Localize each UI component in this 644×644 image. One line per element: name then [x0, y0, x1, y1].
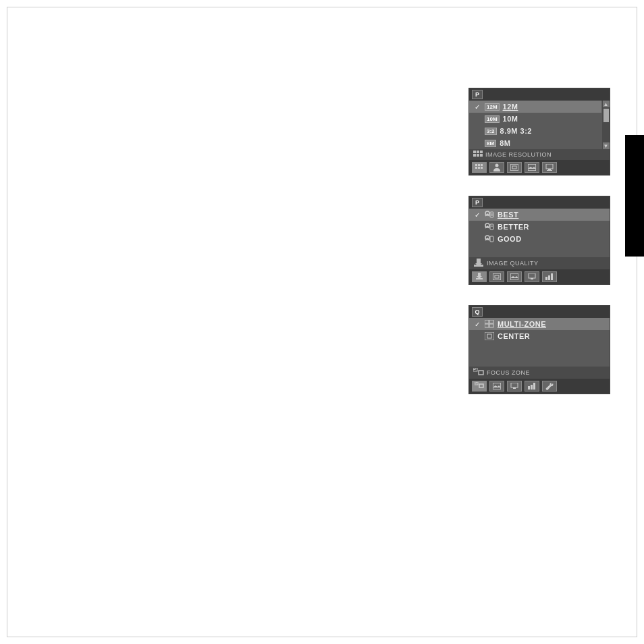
chart2-icon [528, 383, 536, 390]
svg-rect-18 [547, 170, 552, 171]
num-badge-8m: 8M [485, 140, 496, 147]
panel3-footer-label: FOCUS ZONE [469, 367, 610, 379]
svg-rect-32 [510, 273, 518, 280]
svg-rect-51 [479, 384, 483, 387]
svg-rect-40 [485, 324, 489, 327]
svg-rect-54 [513, 387, 516, 389]
panel-focus-zone: Q ✓ MULTI-ZONE [468, 305, 610, 394]
panel3-header: Q [469, 306, 610, 318]
right-tab [625, 135, 644, 257]
quality-icon-good [485, 235, 494, 243]
svg-rect-13 [510, 164, 518, 171]
monitor-icon [545, 164, 554, 171]
svg-rect-31 [495, 275, 499, 278]
panel2-footer-icon-image[interactable] [507, 271, 522, 282]
chart-icon [545, 273, 554, 280]
focus-item-multizone[interactable]: ✓ MULTI-ZONE [469, 318, 610, 330]
svg-rect-39 [489, 320, 493, 323]
svg-rect-17 [548, 169, 551, 170]
focus-label-center: CENTER [498, 332, 530, 340]
quality-item-best[interactable]: ✓ BEST [469, 209, 610, 221]
svg-rect-41 [489, 324, 493, 327]
footer-icon-grid[interactable] [472, 162, 487, 173]
svg-rect-56 [531, 385, 533, 390]
panel2-footer-icon-monitor[interactable] [525, 271, 539, 282]
panel3-footer-icon-monitor[interactable] [507, 381, 522, 392]
resolution-label-8m: 8M [500, 139, 510, 147]
svg-rect-16 [546, 164, 553, 169]
svg-rect-9 [475, 167, 477, 169]
panel2-header: P [469, 196, 610, 209]
focus-item-center[interactable]: CENTER [469, 330, 610, 342]
quality-icon-best [485, 211, 494, 219]
resolution-label-10m: 10M [503, 115, 518, 123]
footer-icon-person[interactable] [489, 162, 504, 173]
svg-rect-38 [485, 320, 489, 323]
resolution-item-89m[interactable]: 3:2 8.9M 3:2 [469, 125, 601, 137]
focus-label-multizone: MULTI-ZONE [498, 320, 546, 328]
panel3-title: FOCUS ZONE [487, 369, 530, 376]
svg-rect-15 [528, 164, 536, 171]
panel2-mode-badge: P [472, 198, 483, 207]
grid-icon [473, 151, 483, 159]
panel2-title: IMAGE QUALITY [487, 260, 539, 267]
svg-rect-34 [531, 278, 533, 279]
svg-rect-10 [478, 167, 480, 169]
svg-rect-14 [512, 166, 516, 169]
grid-footer-icon [475, 164, 483, 171]
scroll-down-arrow[interactable]: ▼ [603, 142, 610, 149]
svg-rect-30 [493, 273, 501, 280]
num-badge-12m: 12M [485, 103, 500, 111]
svg-rect-7 [478, 164, 480, 166]
resolution-item-10m[interactable]: 10M 10M [469, 113, 601, 125]
quality-icon-better [485, 223, 494, 231]
resolution-item-8m[interactable]: 8M 8M [469, 137, 601, 149]
svg-rect-1 [477, 151, 479, 153]
svg-rect-24 [490, 224, 493, 230]
footer-icon-frame[interactable] [507, 162, 522, 173]
svg-rect-20 [490, 212, 493, 217]
scroll-up-arrow[interactable]: ▲ [603, 101, 610, 107]
image-icon [528, 164, 536, 171]
svg-rect-57 [533, 383, 535, 390]
multizone-icon [485, 320, 494, 328]
panel3-footer-icon-focus[interactable] [472, 381, 487, 392]
resolution-item-12m[interactable]: ✓ 12M 12M [469, 101, 601, 113]
quality-label-better: BETTER [498, 223, 529, 231]
panel2-footer-icons [469, 269, 610, 284]
person-icon [493, 163, 501, 171]
panel-image-quality: P ✓ BEST [468, 196, 610, 285]
svg-rect-6 [475, 164, 477, 166]
panel-image-resolution: P ✓ 12M 12M 10M 10M 3:2 8.9M 3:2 [468, 88, 610, 176]
panel3-footer-icon-wrench[interactable] [542, 381, 557, 392]
svg-rect-52 [493, 383, 501, 390]
svg-rect-53 [511, 383, 518, 387]
panels-container: P ✓ 12M 12M 10M 10M 3:2 8.9M 3:2 [468, 88, 610, 394]
svg-rect-0 [473, 151, 476, 153]
svg-rect-27 [490, 236, 493, 242]
resolution-label-12m: 12M [503, 103, 518, 111]
quality-spacer [469, 245, 610, 257]
monitor2-icon [528, 273, 536, 280]
image2-icon [510, 273, 518, 280]
quality-item-better[interactable]: BETTER [469, 221, 610, 233]
panel1-scrollbar[interactable]: ▲ ▼ [602, 101, 610, 149]
panel3-footer-icon-chart[interactable] [525, 381, 539, 392]
panel3-footer-icon-image[interactable] [489, 381, 504, 392]
footer-icon-image[interactable] [525, 162, 539, 173]
panel1-mode-badge: P [472, 90, 483, 99]
quality-item-good[interactable]: GOOD [469, 233, 610, 245]
panel2-footer-icon-frame[interactable] [489, 271, 504, 282]
focus-spacer2 [469, 354, 610, 367]
focus-spacer1 [469, 342, 610, 354]
panel2-footer-icon-chart[interactable] [542, 271, 557, 282]
focus-footer-icon [475, 382, 484, 390]
svg-rect-35 [545, 277, 547, 280]
svg-rect-43 [487, 334, 491, 338]
footer-icon-monitor[interactable] [542, 162, 557, 173]
svg-rect-36 [548, 275, 550, 280]
resolution-label-89m: 8.9M 3:2 [500, 127, 532, 135]
check-icon-multizone: ✓ [475, 321, 481, 328]
panel2-footer-icon-download[interactable] [472, 271, 487, 282]
svg-rect-3 [473, 154, 476, 157]
